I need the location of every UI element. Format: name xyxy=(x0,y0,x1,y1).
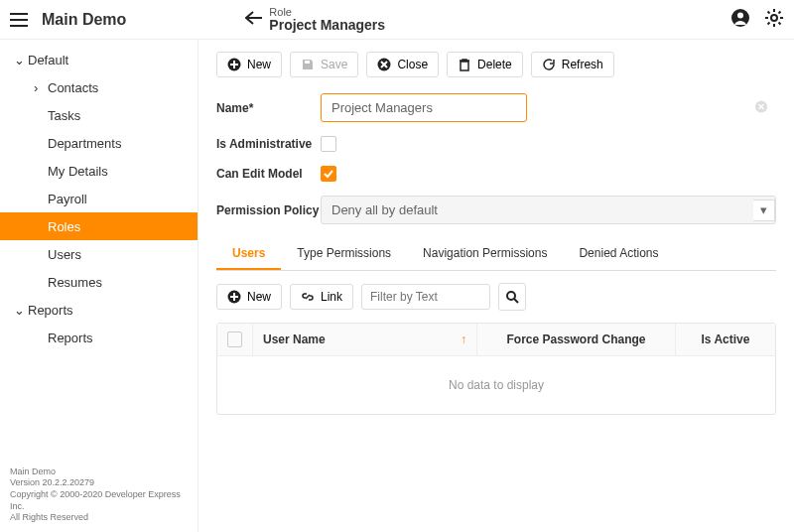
chevron-down-icon: ⌄ xyxy=(14,53,28,67)
main-panel: New Save Close Delete Refresh xyxy=(198,40,794,532)
link-icon xyxy=(301,290,315,304)
new-button[interactable]: New xyxy=(216,52,282,77)
plus-icon xyxy=(227,290,241,304)
tab-denied[interactable]: Denied Actions xyxy=(563,238,674,270)
refresh-button[interactable]: Refresh xyxy=(531,52,614,77)
nav-item-roles[interactable]: Roles xyxy=(0,212,198,240)
link-button[interactable]: Link xyxy=(290,284,353,310)
gear-icon[interactable] xyxy=(764,8,784,31)
search-icon xyxy=(505,290,519,304)
select-all-checkbox[interactable] xyxy=(217,324,253,355)
name-input[interactable] xyxy=(321,93,527,122)
col-active[interactable]: Is Active xyxy=(676,324,775,355)
col-force[interactable]: Force Password Change xyxy=(477,324,676,355)
list-new-button[interactable]: New xyxy=(216,284,282,310)
nav-item-resumes[interactable]: Resumes xyxy=(0,268,198,296)
svg-point-8 xyxy=(507,292,515,300)
footer: Main Demo Version 20.2.2.20279 Copyright… xyxy=(0,459,198,532)
caret-down-icon: ▾ xyxy=(753,200,775,221)
topbar: Main Demo Role Project Managers xyxy=(0,0,794,40)
close-icon xyxy=(377,58,391,71)
delete-button[interactable]: Delete xyxy=(447,52,523,77)
menu-icon[interactable] xyxy=(10,13,30,27)
nav-item-contacts[interactable]: › Contacts xyxy=(0,73,198,101)
sidebar: ⌄ Default › Contacts Tasks Departments M… xyxy=(0,40,198,532)
trash-icon xyxy=(458,58,471,71)
close-button[interactable]: Close xyxy=(366,52,439,77)
tabstrip: Users Type Permissions Navigation Permis… xyxy=(216,238,776,271)
nav-item-mydetails[interactable]: My Details xyxy=(0,157,198,185)
isadmin-checkbox[interactable] xyxy=(321,136,336,152)
page-title: Project Managers xyxy=(269,18,385,33)
plus-icon xyxy=(227,58,241,71)
chevron-down-icon: ⌄ xyxy=(14,303,28,318)
users-grid: User Name ↑ Force Password Change Is Act… xyxy=(216,323,776,415)
list-toolbar: New Link xyxy=(216,283,776,311)
account-icon[interactable] xyxy=(730,8,750,31)
nav-item-users[interactable]: Users xyxy=(0,240,198,268)
isadmin-label: Is Administrative xyxy=(216,137,321,151)
policy-select[interactable]: Deny all by default ▾ xyxy=(321,196,776,224)
svg-point-1 xyxy=(737,13,743,19)
svg-point-2 xyxy=(771,15,777,21)
save-button[interactable]: Save xyxy=(290,52,358,77)
canedit-checkbox[interactable] xyxy=(321,166,336,182)
tab-users[interactable]: Users xyxy=(216,238,281,270)
back-icon[interactable] xyxy=(245,11,263,28)
save-icon xyxy=(301,58,315,71)
app-title: Main Demo xyxy=(42,11,126,29)
canedit-label: Can Edit Model xyxy=(216,167,321,181)
nav-item-tasks[interactable]: Tasks xyxy=(0,101,198,129)
name-label: Name xyxy=(216,101,321,115)
grid-empty-text: No data to display xyxy=(217,356,775,414)
refresh-icon xyxy=(542,58,556,71)
tab-typeperm[interactable]: Type Permissions xyxy=(281,238,407,270)
policy-label: Permission Policy xyxy=(216,203,321,217)
nav-item-reports[interactable]: Reports xyxy=(0,324,198,351)
nav-group-reports[interactable]: ⌄ Reports xyxy=(0,296,198,324)
clear-icon[interactable] xyxy=(754,99,768,116)
tab-navperm[interactable]: Navigation Permissions xyxy=(407,238,563,270)
nav-item-departments[interactable]: Departments xyxy=(0,129,198,157)
col-username[interactable]: User Name ↑ xyxy=(253,324,477,355)
filter-input[interactable] xyxy=(361,284,490,310)
main-toolbar: New Save Close Delete Refresh xyxy=(216,52,776,77)
svg-rect-4 xyxy=(305,61,310,64)
breadcrumb: Role Project Managers xyxy=(269,6,385,33)
search-button[interactable] xyxy=(498,283,526,311)
nav-item-payroll[interactable]: Payroll xyxy=(0,185,198,212)
nav-group-default[interactable]: ⌄ Default xyxy=(0,46,198,73)
chevron-right-icon: › xyxy=(34,80,48,95)
sort-asc-icon: ↑ xyxy=(461,332,466,346)
check-icon xyxy=(323,168,334,180)
